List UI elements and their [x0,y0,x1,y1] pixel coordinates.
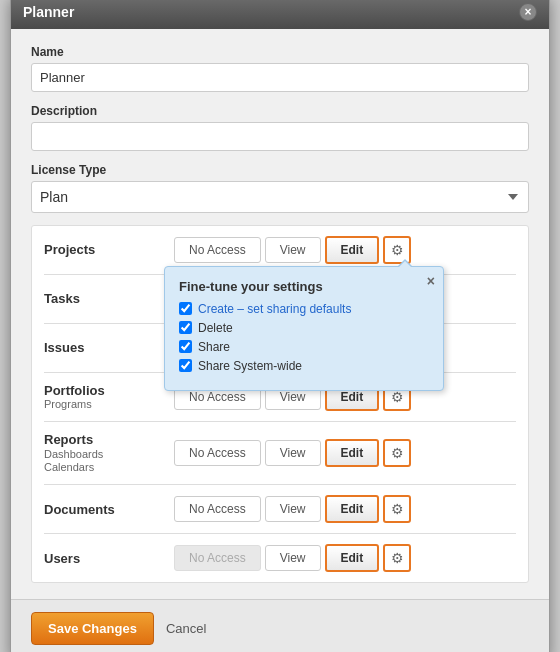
projects-no-access-button[interactable]: No Access [174,237,261,263]
finetune-item-delete: Delete [179,321,429,335]
license-label: License Type [31,163,529,177]
documents-no-access-button[interactable]: No Access [174,496,261,522]
reports-view-button[interactable]: View [265,440,321,466]
finetune-checkbox-share-wide[interactable] [179,359,192,372]
modal-body: Name Description License Type Plan Free … [11,29,549,600]
finetune-close-icon[interactable]: × [427,273,435,289]
documents-gear-button[interactable]: ⚙ [383,495,411,523]
save-button[interactable]: Save Changes [31,612,154,645]
modal-title: Planner [23,4,74,20]
finetune-popup: Fine-tune your settings × Create – set s… [164,266,444,391]
reports-buttons: No Access View Edit ⚙ [174,439,411,467]
reports-edit-button[interactable]: Edit [325,439,380,467]
permissions-section: Projects No Access View Edit ⚙ Fine-tune… [31,225,529,584]
users-label: Users [44,551,174,567]
users-edit-button[interactable]: Edit [325,544,380,572]
permissions-row-reports: Reports DashboardsCalendars No Access Vi… [44,422,516,485]
finetune-label-share: Share [198,340,230,354]
modal-footer: Save Changes Cancel [11,599,549,652]
projects-edit-button[interactable]: Edit [325,236,380,264]
projects-buttons: No Access View Edit ⚙ [174,236,411,264]
name-input[interactable] [31,63,529,92]
documents-buttons: No Access View Edit ⚙ [174,495,411,523]
issues-label: Issues [44,340,174,356]
projects-view-button[interactable]: View [265,237,321,263]
finetune-link-create[interactable]: Create – set sharing defaults [198,302,351,316]
documents-view-button[interactable]: View [265,496,321,522]
finetune-label-share-wide: Share System-wide [198,359,302,373]
tasks-label: Tasks [44,291,174,307]
reports-no-access-button[interactable]: No Access [174,440,261,466]
license-select[interactable]: Plan Free Pro Enterprise [31,181,529,213]
description-group: Description [31,104,529,151]
users-buttons: No Access View Edit ⚙ [174,544,411,572]
finetune-label-delete: Delete [198,321,233,335]
license-group: License Type Plan Free Pro Enterprise [31,163,529,213]
users-gear-button[interactable]: ⚙ [383,544,411,572]
portfolios-label: Portfolios Programs [44,383,174,412]
reports-gear-button[interactable]: ⚙ [383,439,411,467]
name-group: Name [31,45,529,92]
permissions-row-projects: Projects No Access View Edit ⚙ Fine-tune… [44,226,516,275]
reports-label: Reports DashboardsCalendars [44,432,174,474]
modal-header: Planner × [11,0,549,29]
finetune-title: Fine-tune your settings [179,279,429,294]
cancel-button[interactable]: Cancel [166,621,206,636]
documents-edit-button[interactable]: Edit [325,495,380,523]
users-view-button[interactable]: View [265,545,321,571]
reports-sublabel: DashboardsCalendars [44,448,174,474]
finetune-item-share-wide: Share System-wide [179,359,429,373]
documents-label: Documents [44,502,174,518]
description-label: Description [31,104,529,118]
finetune-checkbox-create[interactable] [179,302,192,315]
finetune-item-create: Create – set sharing defaults [179,302,429,316]
permissions-row-users: Users No Access View Edit ⚙ [44,534,516,582]
users-no-access-button[interactable]: No Access [174,545,261,571]
portfolios-sublabel: Programs [44,398,174,411]
modal: Planner × Name Description License Type … [10,0,550,652]
finetune-checkbox-share[interactable] [179,340,192,353]
close-icon[interactable]: × [519,3,537,21]
finetune-checkbox-delete[interactable] [179,321,192,334]
permissions-row-documents: Documents No Access View Edit ⚙ [44,485,516,534]
name-label: Name [31,45,529,59]
projects-label: Projects [44,242,174,258]
description-input[interactable] [31,122,529,151]
finetune-item-share: Share [179,340,429,354]
